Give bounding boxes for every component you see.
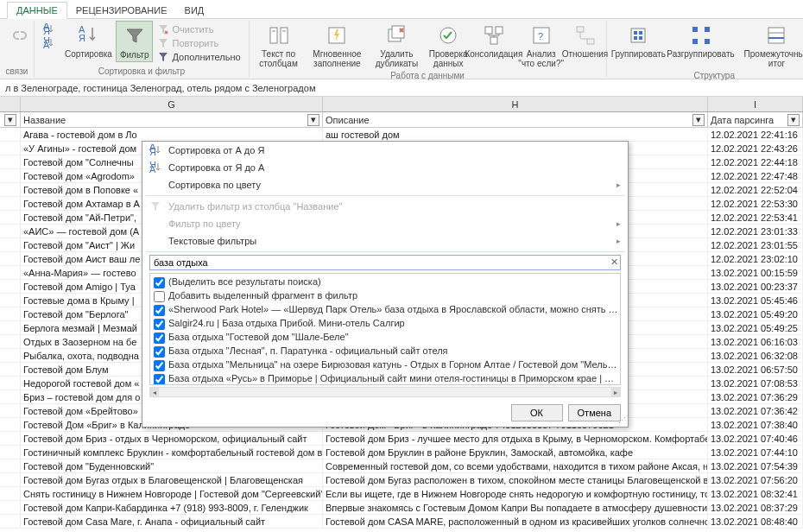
filter-check-item[interactable]: База отдыха «Русь» в Приморье | Официаль…	[152, 372, 618, 385]
cell-date[interactable]: 13.02.2021 05:49:25	[708, 321, 803, 334]
filter-dropdown-icon[interactable]: ▾	[307, 114, 319, 126]
cell-date[interactable]: 13.02.2021 06:32:08	[708, 349, 803, 362]
tab-view[interactable]: ВИД	[176, 3, 213, 18]
cell-date[interactable]: 12.02.2021 22:44:18	[708, 155, 803, 168]
table-row[interactable]: Гостиничный комплекс Бруклин - комфортаб…	[0, 446, 803, 459]
cell-date[interactable]: 13.02.2021 07:56:20	[708, 473, 803, 486]
advanced-filter-button[interactable]: Дополнительно	[155, 50, 243, 64]
cell-date[interactable]: 12.02.2021 23:01:55	[708, 238, 803, 251]
sort-button[interactable]: АЯСортировка	[61, 21, 116, 60]
sort-color-menu[interactable]: Сортировка по цвету	[142, 176, 628, 193]
group-button[interactable]: Группировать	[610, 21, 667, 60]
cell-date[interactable]: 13.02.2021 05:45:46	[708, 294, 803, 307]
cell-date[interactable]: 13.02.2021 08:32:41	[708, 487, 803, 500]
remove-duplicates-button[interactable]: Удалить дубликаты	[370, 21, 423, 70]
cell-desc[interactable]: аш гостевой дом	[323, 128, 708, 141]
filter-dropdown-icon[interactable]: ▾	[787, 114, 800, 126]
checkbox[interactable]	[154, 332, 165, 344]
filter-check-item[interactable]: «Sherwood Park Hotel» — «Шервуд Парк Оте…	[152, 303, 618, 317]
cell-desc[interactable]: Гостевой дом Бруклин в районе Бруклин, З…	[323, 446, 708, 459]
formula-bar[interactable]: л в Зеленограде, гостиница Зеленоград, о…	[0, 79, 803, 97]
cell-date[interactable]: 13.02.2021 08:37:29	[708, 501, 803, 514]
filter-checklist[interactable]: (Выделить все результаты поиска)Добавить…	[149, 273, 621, 385]
cell-date[interactable]: 12.02.2021 22:41:16	[708, 128, 803, 141]
checkbox[interactable]	[154, 374, 165, 385]
validation-button[interactable]: Проверка данных	[424, 21, 473, 70]
cell-date[interactable]: 13.02.2021 08:48:40	[708, 515, 803, 528]
hscroll[interactable]: ◂▸	[149, 387, 621, 397]
resize-grip[interactable]: ⋰	[618, 416, 626, 425]
clear-search-icon[interactable]: ✕	[610, 256, 618, 268]
cell-date[interactable]: 12.02.2021 22:43:26	[708, 142, 803, 155]
filter-check-item[interactable]: База отдыха "Лесная", п. Паратунка - офи…	[152, 345, 618, 358]
cell-name[interactable]: Гостевой дом Бриз - отдых в Черноморском…	[21, 432, 323, 445]
tab-review[interactable]: РЕЦЕНЗИРОВАНИЕ	[67, 3, 176, 18]
cell-date[interactable]: 12.02.2021 22:47:48	[708, 169, 803, 182]
cell-date[interactable]: 13.02.2021 07:54:39	[708, 459, 803, 472]
filter-search-input[interactable]	[149, 255, 621, 270]
col-header-i[interactable]: I	[708, 97, 803, 111]
cancel-button[interactable]: Отмена	[568, 404, 621, 421]
filter-check-item[interactable]: Добавить выделенный фрагмент в фильтр	[152, 289, 618, 303]
cell-date[interactable]: 13.02.2021 07:38:40	[708, 418, 803, 431]
col-header-h[interactable]: H	[323, 97, 708, 111]
filter-dropdown-icon[interactable]: ▾	[692, 114, 705, 126]
checkbox[interactable]	[154, 319, 165, 330]
filter-prev-col[interactable]: ▾	[0, 112, 21, 127]
checkbox[interactable]	[154, 346, 165, 358]
filter-button[interactable]: Фильтр	[116, 21, 154, 62]
cell-date[interactable]: 13.02.2021 06:16:03	[708, 335, 803, 348]
filter-dropdown-icon[interactable]: ▾	[4, 114, 16, 126]
filter-check-item[interactable]: База отдыха "Мельница" на озере Бирюзова…	[152, 358, 618, 372]
cell-desc[interactable]: Гостевой дом CASA MARE, расположенный в …	[323, 515, 708, 528]
cell-name[interactable]: Гостиничный комплекс Бруклин - комфортаб…	[21, 446, 323, 459]
text-filters-menu[interactable]: Текстовые фильтры	[142, 232, 628, 250]
cell-date[interactable]: 13.02.2021 06:57:50	[708, 363, 803, 376]
cell-name[interactable]: Гостевой дом Капри-Кабардинка +7 (918) 9…	[21, 501, 323, 514]
cell-date[interactable]: 13.02.2021 07:36:42	[708, 404, 803, 417]
cell-name[interactable]: Снять гостиницу в Нижнем Новгороде | Гос…	[21, 487, 323, 500]
cell-desc[interactable]: Гостевой дом Бугаз расположен в тихом, с…	[323, 473, 708, 486]
sort-za-button[interactable]: ЯА	[40, 36, 60, 50]
cell-date[interactable]: 12.02.2021 22:53:30	[708, 197, 803, 210]
cell-date[interactable]: 12.02.2021 22:52:04	[708, 183, 803, 196]
table-row[interactable]: Гостевой дом Casa Mare, г. Анапа - офици…	[0, 515, 803, 529]
cell-date[interactable]: 13.02.2021 07:08:53	[708, 377, 803, 390]
cell-date[interactable]: 13.02.2021 00:23:37	[708, 280, 803, 293]
header-name[interactable]: Название▾	[21, 112, 323, 127]
cell-desc[interactable]: Если вы ищете, где в Нижнем Новгороде сн…	[323, 487, 708, 500]
table-row[interactable]: Снять гостиницу в Нижнем Новгороде | Гос…	[0, 487, 803, 501]
cell-name[interactable]: Агава - гостевой дом в Ло	[21, 128, 323, 141]
header-desc[interactable]: Описание▾	[323, 112, 708, 127]
cell-date[interactable]: 12.02.2021 23:01:33	[708, 225, 803, 238]
checkbox[interactable]	[154, 291, 165, 302]
subtotal-button[interactable]: Промежуточный итог	[735, 21, 803, 70]
col-header-g[interactable]: G	[21, 97, 323, 111]
cell-name[interactable]: Гостевой дом Casa Mare, г. Анапа - офици…	[21, 515, 323, 528]
text-to-columns-button[interactable]: Текст по столбцам	[253, 21, 305, 70]
ungroup-button[interactable]: Разгруппировать	[667, 21, 735, 60]
tab-data[interactable]: ДАННЫЕ	[7, 2, 67, 19]
col-header-rowsel[interactable]	[0, 97, 21, 111]
ok-button[interactable]: ОК	[511, 404, 563, 421]
table-row[interactable]: Гостевой дом Бугаз отдых в Благовещенско…	[0, 473, 803, 487]
cell-date[interactable]: 13.02.2021 05:49:20	[708, 307, 803, 320]
cell-date[interactable]: 12.02.2021 22:53:41	[708, 211, 803, 224]
cell-desc[interactable]: Современный гостевой дом, со всеми удобс…	[323, 459, 708, 472]
sort-za-menu[interactable]: ЯАСортировка от Я до А	[142, 159, 628, 176]
cell-date[interactable]: 13.02.2021 07:36:29	[708, 390, 803, 403]
table-row[interactable]: Гостевой дом Капри-Кабардинка +7 (918) 9…	[0, 501, 803, 515]
sort-az-button[interactable]: АЯ	[40, 22, 60, 36]
consolidate-button[interactable]: Консолидация	[473, 21, 515, 60]
flash-fill-button[interactable]: Мгновенное заполнение	[304, 21, 370, 70]
whatif-button[interactable]: ?Анализ "что если?"	[515, 21, 568, 70]
checkbox[interactable]	[154, 360, 165, 371]
cell-desc[interactable]: Впервые знакомясь с Гостевым Домом Капри…	[323, 501, 708, 514]
filter-check-item[interactable]: База отдыха "Гостевой дом "Шале-Беле"	[152, 331, 618, 345]
checkbox[interactable]	[154, 305, 165, 316]
cell-name[interactable]: Гостевой дом "Буденновский"	[21, 459, 323, 472]
filter-check-item[interactable]: Salgir24.ru | База отдыха Прибой. Мини-о…	[152, 317, 618, 331]
table-row[interactable]: Агава - гостевой дом в Лоаш гостевой дом…	[0, 128, 803, 142]
cell-date[interactable]: 12.02.2021 23:02:10	[708, 252, 803, 265]
table-row[interactable]: Гостевой дом "Буденновский"Современный г…	[0, 459, 803, 473]
